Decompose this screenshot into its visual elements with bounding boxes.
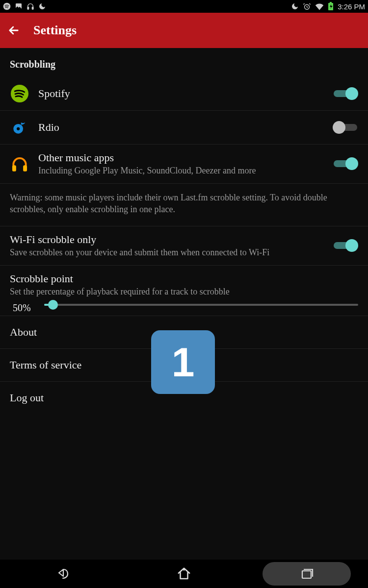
- app-bar: Settings: [0, 13, 368, 48]
- toggle-rdio[interactable]: [333, 121, 358, 134]
- row-wifi-sub: Save scrobbles on your device and submit…: [10, 247, 333, 258]
- svg-rect-6: [330, 2, 332, 3]
- row-spotify-label: Spotify: [38, 87, 333, 100]
- screen: 3:26 PM Settings Scrobbling Spotify: [0, 0, 368, 588]
- image-status-icon: [15, 2, 23, 10]
- section-header-scrobbling: Scrobbling: [0, 48, 368, 77]
- toggle-spotify[interactable]: [333, 87, 358, 100]
- row-scrobble-point[interactable]: Scrobble point Set the percentage of pla…: [0, 266, 368, 317]
- svg-rect-12: [302, 571, 311, 578]
- spotify-status-icon: [3, 2, 11, 10]
- dnd-right-icon: [291, 2, 299, 10]
- row-wifi-label: Wi-Fi scrobble only: [10, 233, 333, 246]
- svg-rect-2: [27, 7, 29, 9]
- status-bar: 3:26 PM: [0, 0, 368, 13]
- svg-rect-3: [32, 7, 33, 9]
- scrobble-point-value: 50%: [13, 302, 31, 314]
- headphones-icon: [10, 154, 29, 173]
- headphones-status-icon: [26, 2, 34, 10]
- nav-back-button[interactable]: [17, 562, 105, 586]
- battery-charging-icon: [328, 2, 334, 11]
- wifi-icon: [315, 2, 324, 10]
- svg-rect-11: [23, 165, 27, 172]
- row-rdio[interactable]: Rdio: [0, 111, 368, 145]
- row-other-apps[interactable]: Other music apps Including Google Play M…: [0, 145, 368, 184]
- rdio-icon: [10, 118, 29, 137]
- nav-bar: [0, 560, 368, 588]
- overlay-badge: 1: [151, 330, 215, 394]
- status-time: 3:26 PM: [338, 2, 365, 11]
- alarm-icon: [303, 2, 311, 11]
- scrobble-point-sub: Set the percentage of playback required …: [10, 286, 358, 297]
- row-rdio-label: Rdio: [38, 121, 333, 134]
- svg-rect-10: [12, 165, 16, 172]
- scrobble-point-slider-track[interactable]: [44, 304, 358, 306]
- row-other-sub: Including Google Play Music, SoundCloud,…: [38, 165, 333, 176]
- dnd-status-icon: [38, 2, 46, 10]
- page-title: Settings: [33, 23, 77, 38]
- toggle-other-apps[interactable]: [333, 157, 358, 170]
- toggle-wifi-only[interactable]: [333, 239, 358, 252]
- overlay-badge-text: 1: [172, 339, 195, 386]
- nav-recents-button[interactable]: [263, 562, 351, 586]
- row-spotify[interactable]: Spotify: [0, 77, 368, 111]
- svg-point-9: [17, 127, 20, 130]
- spotify-icon: [10, 84, 29, 103]
- status-left: [3, 2, 46, 10]
- warning-text: Warning: some music players include thei…: [10, 192, 358, 216]
- status-right: 3:26 PM: [291, 2, 365, 11]
- scrobble-point-slider-thumb[interactable]: [48, 300, 58, 310]
- row-wifi-only[interactable]: Wi-Fi scrobble only Save scrobbles on yo…: [0, 226, 368, 266]
- back-button[interactable]: [7, 24, 21, 37]
- scrobble-point-label: Scrobble point: [10, 272, 358, 285]
- row-other-label: Other music apps: [38, 151, 333, 164]
- warning-note: Warning: some music players include thei…: [0, 184, 368, 227]
- nav-home-button[interactable]: [140, 562, 228, 586]
